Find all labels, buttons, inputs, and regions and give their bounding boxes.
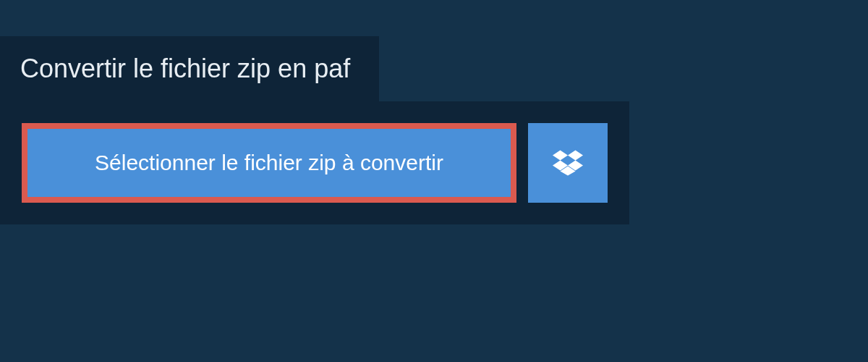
button-row: Sélectionner le fichier zip à convertir bbox=[22, 123, 608, 203]
dropbox-button[interactable] bbox=[528, 123, 608, 203]
page-title: Convertir le fichier zip en paf bbox=[20, 54, 350, 84]
select-file-button[interactable]: Sélectionner le fichier zip à convertir bbox=[27, 129, 511, 197]
select-button-highlight: Sélectionner le fichier zip à convertir bbox=[22, 123, 516, 203]
dropbox-icon bbox=[553, 148, 583, 178]
page-header-tab: Convertir le fichier zip en paf bbox=[0, 36, 379, 101]
file-picker-panel: Sélectionner le fichier zip à convertir bbox=[0, 101, 629, 224]
select-file-label: Sélectionner le fichier zip à convertir bbox=[95, 151, 443, 175]
